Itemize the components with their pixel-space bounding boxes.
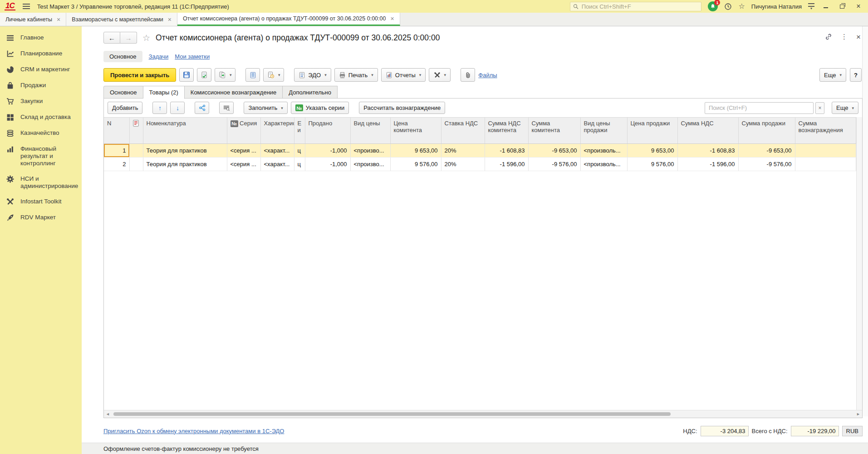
cell[interactable]: Теория для практиков (143, 144, 227, 158)
column-header-13[interactable]: Цена продажи (627, 118, 677, 144)
post-document-button[interactable] (197, 68, 211, 82)
help-button[interactable]: ? (850, 68, 862, 82)
cell[interactable] (795, 144, 856, 158)
cell[interactable]: 1 (104, 144, 129, 158)
set-series-button[interactable]: №Указать серии (291, 102, 349, 114)
sidebar-item-3[interactable]: Продажи (0, 78, 82, 94)
form-more-button[interactable]: Еще▾ (819, 68, 846, 82)
sidebar-item-7[interactable]: Финансовый результат и контроллинг (0, 141, 82, 171)
move-row-down-button[interactable]: ↓ (170, 102, 185, 114)
cell[interactable]: <характ... (260, 158, 294, 171)
notifications-button[interactable]: 1 (708, 1, 718, 11)
form-tab-2[interactable]: Комиссионное вознаграждение (185, 86, 283, 99)
column-header-12[interactable]: Вид цены продажи (580, 118, 627, 144)
cell[interactable]: -9 653,00 (528, 144, 580, 158)
column-header-7[interactable]: Вид цены (350, 118, 390, 144)
window-tab-2[interactable]: Отчет комиссионера (агента) о продажах Т… (177, 13, 400, 26)
cell[interactable]: -1 596,00 (677, 158, 738, 171)
doc-nav-0[interactable]: Основное (103, 51, 142, 62)
main-menu-icon[interactable] (23, 4, 30, 9)
create-based-on-button[interactable]: ▾ (215, 68, 235, 82)
attachments-button[interactable] (461, 68, 475, 82)
move-row-up-button[interactable]: ↑ (152, 102, 167, 114)
sidebar-item-8[interactable]: НСИ и администрирование (0, 171, 82, 194)
sidebar-item-10[interactable]: RDV Маркет (0, 210, 82, 226)
cell[interactable]: ц (294, 144, 305, 158)
form-tab-0[interactable]: Основное (103, 86, 143, 99)
service-tools-button[interactable]: ▾ (429, 68, 451, 82)
cell[interactable]: -1 596,00 (485, 158, 528, 171)
sidebar-item-4[interactable]: Закупки (0, 94, 82, 109)
add-favorite-star-icon[interactable]: ☆ (142, 33, 150, 43)
save-button[interactable] (179, 68, 194, 82)
cell[interactable]: 9 653,00 (627, 144, 677, 158)
ozon-invite-link[interactable]: Пригласить Ozon к обмену электронными до… (103, 428, 284, 434)
global-search[interactable] (570, 2, 701, 11)
table-row-2[interactable]: 2Теория для практиков<серия ...<характ..… (104, 158, 856, 171)
barcode-scan-button[interactable] (219, 102, 234, 114)
reports-button[interactable]: Отчеты▾ (381, 68, 426, 82)
global-search-input[interactable] (582, 3, 699, 10)
close-tab-icon[interactable]: × (57, 16, 60, 23)
cell[interactable] (795, 158, 856, 171)
cell[interactable]: -1 608,83 (677, 144, 738, 158)
sidebar-item-5[interactable]: Склад и доставка (0, 109, 82, 125)
cell[interactable] (129, 144, 143, 158)
cell[interactable]: <произво... (350, 144, 390, 158)
column-header-8[interactable]: Цена комитента (390, 118, 441, 144)
column-header-14[interactable]: Сумма НДС (677, 118, 738, 144)
sidebar-item-1[interactable]: Планирование (0, 46, 82, 62)
cell[interactable]: <характ... (260, 144, 294, 158)
column-header-5[interactable]: Е и (294, 118, 305, 144)
cell[interactable]: -9 576,00 (738, 158, 795, 171)
column-header-2[interactable]: Номенклатура (143, 118, 227, 144)
column-header-1[interactable] (129, 118, 143, 144)
window-tab-0[interactable]: Личные кабинеты× (0, 13, 66, 26)
history-icon[interactable] (724, 3, 732, 10)
cell[interactable]: 2 (104, 158, 129, 171)
form-more-icon[interactable]: ⋮ (841, 33, 848, 41)
cell[interactable]: <произволь... (580, 158, 627, 171)
post-and-close-button[interactable]: Провести и закрыть (103, 68, 176, 82)
form-tab-1[interactable]: Товары (2) (143, 86, 185, 99)
close-window-button[interactable]: × (853, 2, 863, 10)
cell[interactable]: 20% (441, 144, 485, 158)
cell[interactable]: <серия ... (227, 144, 260, 158)
sidebar-item-9[interactable]: Infostart Toolkit (0, 194, 82, 210)
close-form-icon[interactable]: × (856, 33, 861, 41)
cell[interactable]: -9 576,00 (528, 158, 580, 171)
clear-search-icon[interactable]: × (815, 102, 824, 114)
minimize-button[interactable] (821, 2, 831, 10)
cell[interactable]: <произволь... (580, 144, 627, 158)
column-header-0[interactable]: N (104, 118, 129, 144)
column-header-4[interactable]: Характеристика (260, 118, 294, 144)
files-link[interactable]: Файлы (478, 72, 497, 79)
grid-horizontal-scrollbar[interactable]: ◄ ► (104, 410, 862, 418)
scroll-right-icon[interactable]: ► (854, 412, 862, 416)
scroll-thumb[interactable] (113, 412, 671, 416)
cell[interactable] (129, 158, 143, 171)
cell[interactable]: 9 576,00 (390, 158, 441, 171)
column-header-11[interactable]: Сумма комитента (528, 118, 580, 144)
window-tab-1[interactable]: Взаиморасчеты с маркетплейсами× (66, 13, 177, 26)
grid-vertical-scrollbar[interactable] (856, 117, 862, 410)
table-row-1[interactable]: 1Теория для практиков<серия ...<характ..… (104, 144, 856, 158)
column-header-6[interactable]: Продано (305, 118, 350, 144)
favorites-star-icon[interactable]: ☆ (738, 3, 745, 10)
document-movements-button[interactable] (245, 68, 260, 82)
history-back-button[interactable]: ← (103, 32, 120, 44)
fill-button[interactable]: Заполнить▾ (244, 102, 287, 114)
restore-button[interactable] (837, 2, 847, 10)
share-rows-button[interactable] (195, 102, 209, 114)
close-tab-icon[interactable]: × (168, 16, 172, 23)
print-button[interactable]: Печать▾ (334, 68, 378, 82)
sidebar-item-0[interactable]: Главное (0, 30, 82, 46)
column-header-10[interactable]: Сумма НДС комитента (485, 118, 528, 144)
history-forward-button[interactable]: → (120, 32, 137, 44)
cell[interactable]: -9 653,00 (738, 144, 795, 158)
cell[interactable]: <серия ... (227, 158, 260, 171)
sidebar-item-6[interactable]: Казначейство (0, 125, 82, 141)
calc-fee-button[interactable]: Рассчитать вознаграждение (359, 102, 445, 114)
get-link-icon[interactable] (825, 33, 832, 40)
cell[interactable]: -1,000 (305, 158, 350, 171)
